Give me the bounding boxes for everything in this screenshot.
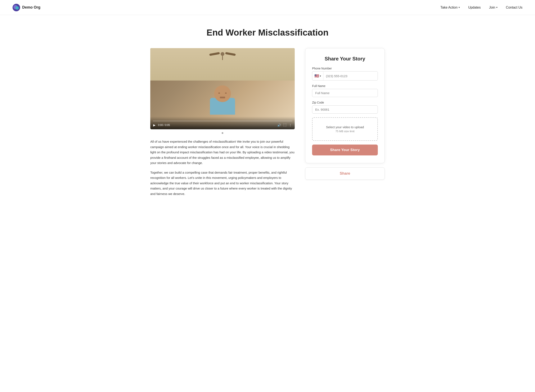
nav-join[interactable]: Join ▾ xyxy=(489,6,497,9)
share-button-wrap: Share xyxy=(305,167,385,180)
chevron-down-icon: ▾ xyxy=(459,6,460,9)
page-title: End Worker Misclassification xyxy=(150,28,385,38)
video-controls: ▶ 0:00 / 0:05 🔊 ⛶ ⋮ xyxy=(150,117,295,129)
body-text: All of us have experienced the challenge… xyxy=(150,139,295,196)
nav-contact[interactable]: Contact Us xyxy=(506,6,522,9)
slide-dot xyxy=(222,132,223,134)
zip-input[interactable] xyxy=(312,105,378,114)
page-content: End Worker Misclassification xyxy=(142,15,393,217)
video-fan xyxy=(209,52,236,60)
controls-right: 🔊 ⛶ ⋮ xyxy=(277,123,292,127)
phone-label: Phone Number xyxy=(312,67,378,70)
content-layout: ▶ 0:00 / 0:05 🔊 ⛶ ⋮ xyxy=(150,48,385,201)
play-button[interactable]: ▶ xyxy=(153,123,156,127)
submit-button[interactable]: Share Your Story xyxy=(312,145,378,155)
upload-main-text: Select your video to upload xyxy=(317,125,373,129)
form-card: Share Your Story Phone Number 🇺🇸 ▾ Full … xyxy=(305,48,385,163)
share-button[interactable]: Share xyxy=(305,167,385,180)
progress-bar[interactable] xyxy=(153,121,292,121)
chevron-down-icon-join: ▾ xyxy=(496,6,497,9)
right-column: Share Your Story Phone Number 🇺🇸 ▾ Full … xyxy=(305,48,385,180)
nav-updates[interactable]: Updates xyxy=(468,6,481,9)
navbar: Demo Org Take Action ▾ Updates Join ▾ Co… xyxy=(0,0,535,15)
name-label: Full Name xyxy=(312,84,378,88)
left-column: ▶ 0:00 / 0:05 🔊 ⛶ ⋮ xyxy=(150,48,295,201)
form-title: Share Your Story xyxy=(312,56,378,62)
logo-text: Demo Org xyxy=(22,5,40,10)
logo-icon xyxy=(13,4,20,11)
slide-indicator xyxy=(150,131,295,135)
chevron-down-icon-phone: ▾ xyxy=(320,75,321,77)
svg-point-2 xyxy=(15,6,19,10)
phone-group: Phone Number 🇺🇸 ▾ xyxy=(312,67,378,80)
mute-button[interactable]: 🔊 xyxy=(277,123,281,127)
nav-take-action[interactable]: Take Action ▾ xyxy=(440,6,460,9)
zip-label: Zip Code xyxy=(312,101,378,104)
video-upload-area[interactable]: Select your video to upload 75 MB size l… xyxy=(312,117,378,141)
logo-link[interactable]: Demo Org xyxy=(13,4,40,11)
nav-links: Take Action ▾ Updates Join ▾ Contact Us xyxy=(440,6,522,9)
upload-sub-text: 75 MB size limit xyxy=(317,130,373,133)
video-player[interactable]: ▶ 0:00 / 0:05 🔊 ⛶ ⋮ xyxy=(150,48,295,129)
country-selector[interactable]: 🇺🇸 ▾ xyxy=(312,71,323,80)
controls-left: ▶ 0:00 / 0:05 xyxy=(153,123,170,127)
zip-group: Zip Code xyxy=(312,101,378,114)
more-options-button[interactable]: ⋮ xyxy=(289,123,292,127)
phone-input-wrap: 🇺🇸 ▾ xyxy=(312,71,378,80)
fullscreen-button[interactable]: ⛶ xyxy=(283,123,287,127)
time-display: 0:00 / 0:05 xyxy=(158,124,170,126)
paragraph-1: All of us have experienced the challenge… xyxy=(150,139,295,166)
name-group: Full Name xyxy=(312,84,378,97)
phone-input[interactable] xyxy=(323,72,378,80)
controls-row: ▶ 0:00 / 0:05 🔊 ⛶ ⋮ xyxy=(153,123,292,127)
name-input[interactable] xyxy=(312,89,378,97)
flag-emoji: 🇺🇸 xyxy=(314,74,319,78)
paragraph-2: Together, we can build a compelling case… xyxy=(150,170,295,197)
